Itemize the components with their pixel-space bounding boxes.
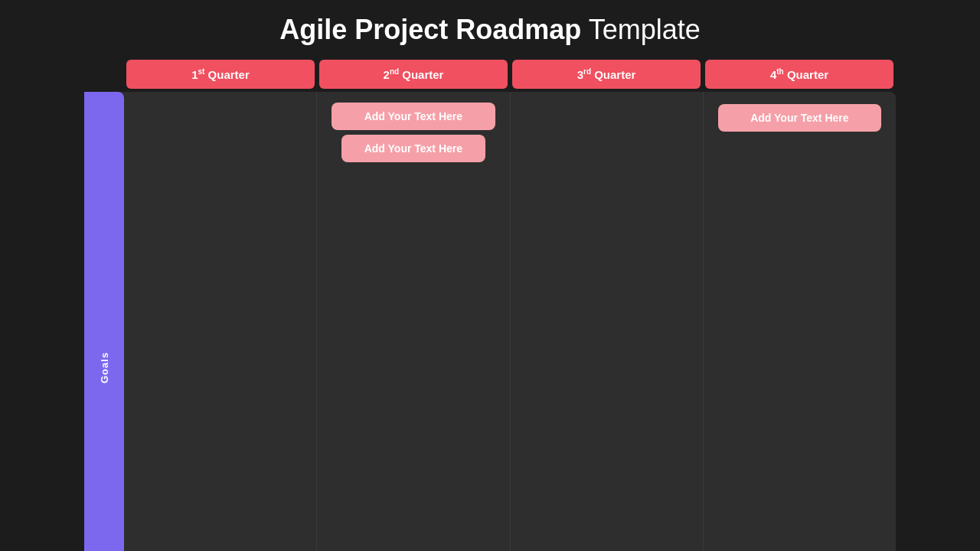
page: Agile Project Roadmap Template 1st Quart…: [0, 0, 980, 551]
goals-q2: Add Your Text Here Add Your Text Here: [317, 92, 510, 551]
goals-cells: Add Your Text Here Add Your Text Here Ad…: [124, 92, 896, 551]
goal-btn-1[interactable]: Add Your Text Here: [332, 103, 495, 130]
page-title: Agile Project Roadmap Template: [279, 14, 701, 46]
goals-row: Goals Add Your Text Here Add Your Text H…: [84, 92, 896, 551]
quarter-1-header: 1st Quarter: [126, 60, 315, 89]
roadmap: 1st Quarter 2nd Quarter 3rd Quarter 4th …: [84, 60, 896, 551]
quarter-3-header: 3rd Quarter: [512, 60, 701, 89]
quarter-2-header: 2nd Quarter: [319, 60, 508, 89]
quarter-4-header: 4th Quarter: [705, 60, 893, 89]
goal-btn-3[interactable]: Add Your Text Here: [718, 104, 882, 132]
goals-label: Goals: [84, 92, 124, 551]
goals-q1: [124, 92, 317, 551]
header-row: 1st Quarter 2nd Quarter 3rd Quarter 4th …: [124, 60, 896, 89]
goals-q4: Add Your Text Here: [704, 92, 896, 551]
goal-btn-2[interactable]: Add Your Text Here: [341, 135, 485, 162]
goals-q3: [511, 92, 704, 551]
